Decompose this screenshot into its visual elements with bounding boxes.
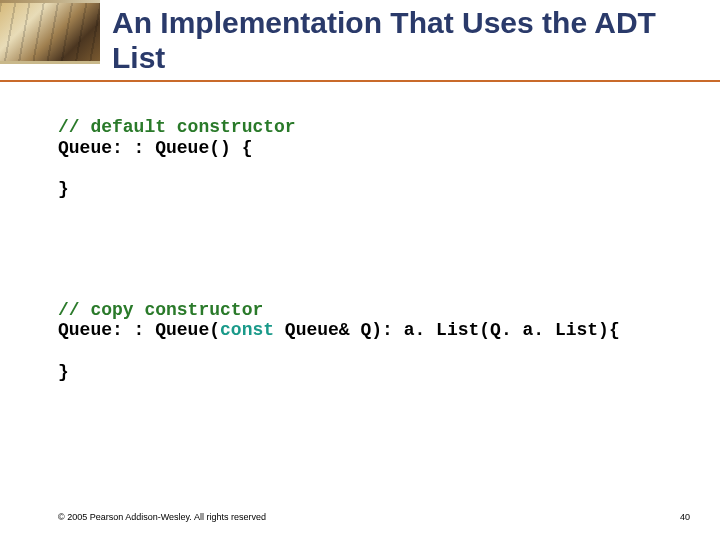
title-underline (0, 80, 720, 82)
page-number: 40 (680, 512, 690, 522)
slide-title: An Implementation That Uses the ADT List (112, 6, 700, 75)
decorative-corner-image (0, 3, 100, 61)
copy-constructor-code: // copy constructor Queue: : Queue(const… (58, 300, 680, 383)
copy-constructor-close: } (58, 362, 680, 383)
default-constructor-close: } (58, 179, 680, 200)
copy-constructor-comment: // copy constructor (58, 300, 680, 321)
copy-sig-pre: Queue: : Queue( (58, 320, 220, 340)
copy-sig-keyword: const (220, 320, 274, 340)
decorative-under-border (0, 61, 100, 64)
default-constructor-signature: Queue: : Queue() { (58, 138, 680, 159)
copyright-text: © 2005 Pearson Addison-Wesley. All right… (58, 512, 266, 522)
copy-constructor-signature: Queue: : Queue(const Queue& Q): a. List(… (58, 320, 680, 341)
default-constructor-code: // default constructor Queue: : Queue() … (58, 117, 680, 200)
code-content: // default constructor Queue: : Queue() … (58, 117, 680, 483)
default-constructor-comment: // default constructor (58, 117, 680, 138)
copy-sig-post: Queue& Q): a. List(Q. a. List){ (274, 320, 620, 340)
